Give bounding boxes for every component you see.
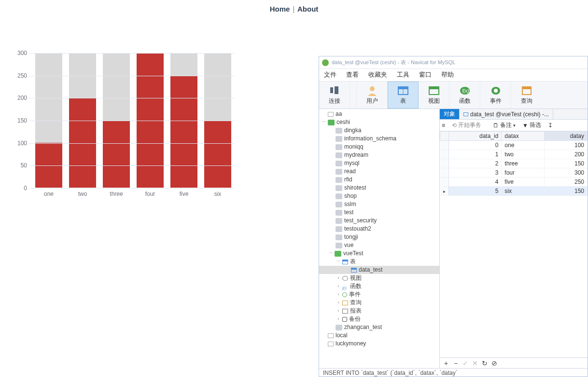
data-grid[interactable]: data_iddataxdatay 0one1001two2002three15…	[440, 131, 588, 357]
menu-icon[interactable]	[442, 122, 448, 129]
tree-db[interactable]: sslm	[319, 200, 439, 208]
database-icon	[336, 152, 342, 158]
table-row[interactable]: 3four300	[440, 168, 588, 178]
cell-data_id[interactable]: 1	[448, 150, 502, 159]
cell-data_id[interactable]: 5	[448, 187, 502, 196]
toolbar-user[interactable]: 用户	[357, 82, 388, 109]
cell-datay[interactable]: 150	[545, 187, 588, 196]
column-header[interactable]: datax	[502, 132, 545, 141]
commit-button[interactable]: ✓	[462, 359, 469, 367]
menu-fav[interactable]: 收藏夹	[368, 71, 387, 79]
cell-datay[interactable]: 300	[545, 168, 588, 178]
cell-datax[interactable]: one	[502, 141, 545, 150]
tree-db[interactable]: test	[319, 208, 439, 217]
tree-section[interactable]: ›函数	[319, 282, 439, 290]
menu-tools[interactable]: 工具	[397, 71, 409, 79]
chart-ytick: 200	[8, 95, 27, 101]
stop-button[interactable]: ⊘	[491, 359, 498, 367]
tab-objects[interactable]: 对象	[440, 109, 460, 119]
table-row[interactable]: 5six150	[440, 187, 588, 196]
tree-db[interactable]: rfid	[319, 176, 439, 184]
tree-conn[interactable]: luckymoney	[319, 340, 439, 348]
table-row[interactable]: 1two200	[440, 150, 588, 159]
tree-db[interactable]: testouath2	[319, 225, 439, 233]
toolbar-connect[interactable]: 连接	[319, 82, 350, 109]
tree-db[interactable]: information_schema	[319, 135, 439, 143]
event-icon	[490, 85, 502, 96]
tree-db[interactable]: read	[319, 167, 439, 176]
expand-toggle[interactable]: ›	[336, 292, 341, 298]
refresh-button[interactable]: ↻	[481, 359, 488, 367]
tree-db-vuetest[interactable]: ﹀vueTest	[319, 249, 439, 258]
toolbar-table[interactable]: 表	[388, 82, 419, 109]
toolbar-event[interactable]: 事件	[480, 82, 511, 109]
cell-data_id[interactable]: 0	[448, 141, 502, 150]
expand-toggle[interactable]: ›	[336, 308, 341, 314]
cell-datay[interactable]: 200	[545, 150, 588, 159]
toolbar-view[interactable]: 视图	[419, 82, 449, 109]
toolbar-func[interactable]: f(x) 函数	[449, 82, 480, 109]
expand-toggle[interactable]: ›	[336, 284, 341, 289]
expand-toggle[interactable]: ›	[336, 275, 341, 281]
cell-data_id[interactable]: 4	[448, 178, 502, 187]
menu-help[interactable]: 帮助	[441, 71, 454, 79]
tree-conn[interactable]: aa	[319, 110, 439, 118]
tree-db[interactable]: vue	[319, 241, 439, 249]
nav-home-link[interactable]: Home	[270, 5, 290, 13]
add-row-button[interactable]: +	[443, 359, 449, 367]
column-header[interactable]: data_id	[448, 132, 502, 141]
connection-tree[interactable]: aa﹀ceshidingkainformation_schemamoniqqmy…	[319, 109, 440, 368]
tree-db[interactable]: mysql	[319, 159, 439, 167]
cell-datay[interactable]: 250	[545, 178, 588, 187]
menu-window[interactable]: 窗口	[419, 71, 432, 79]
sort-button[interactable]: ↧	[546, 122, 555, 129]
cell-datay[interactable]: 100	[545, 141, 588, 150]
cell-data_id[interactable]: 2	[448, 159, 502, 168]
table-row[interactable]: 0one100	[440, 141, 588, 150]
menu-view[interactable]: 查看	[346, 71, 359, 79]
tree-conn-ceshi[interactable]: ﹀ceshi	[319, 118, 439, 126]
toolbar-query[interactable]: 查询	[511, 82, 542, 109]
tree-tables[interactable]: ﹀表	[319, 258, 439, 266]
tree-db[interactable]: mydream	[319, 151, 439, 159]
tree-section[interactable]: ›查询	[319, 299, 439, 307]
tree-db[interactable]: moniqq	[319, 143, 439, 151]
delete-row-button[interactable]: −	[452, 359, 459, 367]
chart-bar	[204, 121, 231, 188]
cell-datax[interactable]: four	[502, 168, 545, 178]
table-row[interactable]: 4five250	[440, 178, 588, 187]
tree-db[interactable]: test_security	[319, 217, 439, 225]
cell-datay[interactable]: 150	[545, 159, 588, 168]
tree-db[interactable]: dingka	[319, 126, 439, 135]
tree-conn[interactable]: local	[319, 331, 439, 340]
filter-button[interactable]: ▼ 筛选	[520, 121, 544, 129]
column-header[interactable]: datay	[545, 132, 588, 141]
tree-db[interactable]: shop	[319, 192, 439, 200]
menu-file[interactable]: 文件	[324, 71, 336, 79]
expand-toggle[interactable]: ﹀	[321, 120, 327, 125]
memo-button[interactable]: 🗒 备注 ▾	[490, 121, 518, 129]
cell-data_id[interactable]: 3	[448, 168, 502, 178]
tree-db[interactable]: tongji	[319, 233, 439, 241]
tree-section[interactable]: ›视图	[319, 274, 439, 282]
cell-datax[interactable]: five	[502, 178, 545, 187]
table-row[interactable]: 2three150	[440, 159, 588, 168]
cell-datax[interactable]: two	[502, 150, 545, 159]
nav-about-link[interactable]: About	[297, 5, 318, 13]
cell-datax[interactable]: three	[502, 159, 545, 168]
tree-section[interactable]: ›报表	[319, 307, 439, 315]
tree-db[interactable]: zhangcan_test	[319, 323, 439, 331]
tab-dataset[interactable]: data_test @vueTest (ceshi) -...	[460, 109, 553, 119]
tree-table-data_test[interactable]: data_test	[319, 266, 439, 274]
cancel-button[interactable]: ✕	[472, 359, 478, 367]
tree-db[interactable]: shirotest	[319, 184, 439, 192]
section-icon	[342, 292, 347, 297]
expand-toggle[interactable]: ›	[336, 316, 341, 322]
expand-toggle[interactable]: ﹀	[336, 259, 341, 265]
tree-section[interactable]: ›备份	[319, 315, 439, 323]
cell-datax[interactable]: six	[502, 187, 545, 196]
expand-toggle[interactable]: ﹀	[328, 251, 334, 257]
expand-toggle[interactable]: ›	[336, 300, 341, 306]
tree-section[interactable]: ›事件	[319, 290, 439, 299]
begin-transaction-button[interactable]: ⟲ 开始事务	[449, 121, 484, 129]
